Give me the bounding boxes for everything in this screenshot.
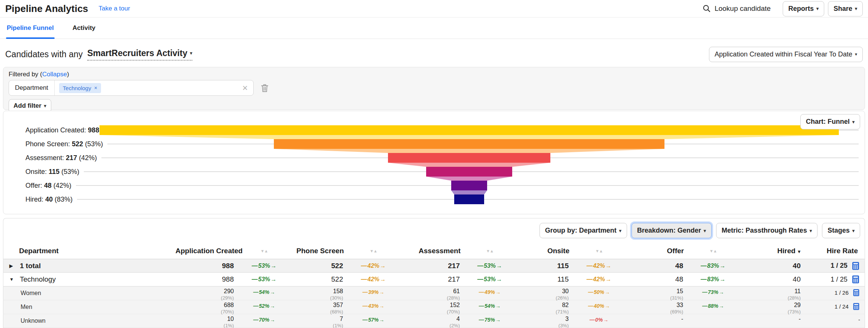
column-header-hired[interactable]: Hired▼ <box>741 247 803 255</box>
value-cell: 988 <box>175 275 236 283</box>
filter-row: Department Technology× ✕ <box>9 80 859 96</box>
passthrough-cell: — 54% → <box>462 300 517 309</box>
calculator-icon[interactable] <box>851 261 860 270</box>
passthrough-sort-icon[interactable]: ▼▲ <box>236 249 292 253</box>
stage-share: (28%) <box>447 295 460 301</box>
passthrough-cell: — 42% → <box>571 263 627 269</box>
funnel-stage-value: 217 <box>66 154 77 162</box>
stage-count: 10 <box>227 316 234 322</box>
date-range-dropdown[interactable]: Application Created within Fiscal Year T… <box>709 47 863 62</box>
department-cell: Unknown <box>3 314 175 324</box>
lookup-candidate-button[interactable]: Lookup candidate <box>702 4 771 13</box>
funnel-stage-value: 522 <box>72 140 83 148</box>
passthrough-cell: — 40% → <box>571 300 627 309</box>
take-a-tour-link[interactable]: Take a tour <box>99 5 130 12</box>
metric-dropdown[interactable]: Metric: Passthrough Rates▾ <box>716 223 817 238</box>
stage-count: 115 <box>557 262 569 270</box>
activity-selector-dropdown[interactable]: SmartRecruiters Activity▾ <box>87 48 192 61</box>
calculator-icon[interactable] <box>852 303 860 310</box>
value-cell: 29(73%) <box>741 300 803 315</box>
value-cell: 11(28%) <box>741 286 803 301</box>
calculator-icon[interactable] <box>851 275 860 284</box>
table-row-unknown[interactable]: Unknown10(1%)— 70% →7(1%)— 57% →4(2%)— 7… <box>3 314 865 328</box>
chevron-down-icon: ▾ <box>855 52 857 56</box>
funnel-stage-label: Hired: 40 (83%) <box>25 196 73 203</box>
table-row-women[interactable]: Women290(29%)— 54% →158(30%)— 39% →61(28… <box>3 286 865 300</box>
expand-icon[interactable]: ▶ <box>9 263 15 269</box>
table-row-1-total[interactable]: ▶1 total988— 53% →522— 42% →217— 53% →11… <box>3 259 865 273</box>
value-cell: 40 <box>741 262 803 270</box>
page-title: Pipeline Analytics <box>5 3 88 15</box>
column-header-application-created[interactable]: Application Created <box>175 247 236 255</box>
value-cell: 522 <box>292 275 345 283</box>
hire-rate-value: 1 / 25 <box>831 276 847 283</box>
funnel-row: Hired: 40 (83%) <box>25 194 859 205</box>
tab-pipeline-funnel[interactable]: Pipeline Funnel <box>6 19 55 39</box>
stage-count: 4 <box>456 316 460 322</box>
table-header-row: DepartmentApplication Created▼▲Phone Scr… <box>3 243 865 259</box>
value-cell: 4(2%) <box>401 314 462 328</box>
passthrough-sort-icon[interactable]: ▼▲ <box>685 249 741 253</box>
chip-remove-icon[interactable]: × <box>94 85 97 91</box>
sort-descending-icon: ▼ <box>797 249 801 254</box>
funnel-stage-value: 988 <box>88 126 99 134</box>
lookup-candidate-label: Lookup candidate <box>715 4 771 13</box>
value-cell: 3(3%) <box>517 314 571 328</box>
value-cell: 61(28%) <box>401 286 462 301</box>
reports-button[interactable]: Reports▾ <box>783 1 824 16</box>
stages-dropdown[interactable]: Stages▾ <box>822 223 860 238</box>
passthrough-cell: — 42% → <box>345 276 401 283</box>
passthrough-sort-icon[interactable]: ▼▲ <box>571 249 627 253</box>
filtered-by-prefix: Filtered by ( <box>9 71 42 78</box>
filter-clear-icon[interactable]: ✕ <box>242 84 253 92</box>
value-cell: - <box>627 314 685 322</box>
funnel-stage-label: Assessment: 217 (42%) <box>25 154 97 162</box>
stage-count: 115 <box>557 275 569 283</box>
column-header-department[interactable]: Department <box>3 247 175 255</box>
delete-filter-button[interactable] <box>260 83 270 93</box>
value-cell: 357(68%) <box>292 300 345 315</box>
value-cell: 152(70%) <box>401 300 462 315</box>
collapse-link[interactable]: Collapse <box>42 71 67 78</box>
filter-chip-technology[interactable]: Technology× <box>59 83 101 93</box>
share-button[interactable]: Share▾ <box>828 1 863 16</box>
value-cell: 217 <box>401 262 462 270</box>
column-header-offer[interactable]: Offer <box>627 247 685 255</box>
breakdown-dropdown[interactable]: Breakdown: Gender▾ <box>632 223 712 238</box>
hire-rate-cell: 1 / 24 <box>803 300 865 310</box>
chevron-down-icon: ▾ <box>704 229 706 233</box>
collapse-icon[interactable]: ▼ <box>9 277 15 282</box>
stage-count: 33 <box>676 302 683 309</box>
value-cell: 48 <box>627 262 685 270</box>
value-cell: 40 <box>741 275 803 283</box>
chevron-down-icon: ▾ <box>44 104 46 108</box>
stage-count: 15 <box>676 288 683 295</box>
passthrough-sort-icon[interactable]: ▼▲ <box>462 249 517 253</box>
chart-type-dropdown[interactable]: Chart: Funnel▾ <box>800 114 860 129</box>
department-filter-control[interactable]: Department Technology× ✕ <box>9 80 254 96</box>
column-header-assessment[interactable]: Assessment <box>401 247 462 255</box>
hire-rate-cell: 1 / 25 <box>803 261 865 270</box>
table-row-men[interactable]: Men688(70%)— 52% →357(68%)— 43% →152(70%… <box>3 300 865 314</box>
passthrough-cell: — 83% → <box>685 263 741 269</box>
column-header-phone-screen[interactable]: Phone Screen <box>292 247 345 255</box>
passthrough-cell: — 73% → <box>685 286 741 295</box>
passthrough-cell: — 0% → <box>571 314 627 323</box>
calculator-icon[interactable] <box>852 289 860 297</box>
stage-share: (26%) <box>556 295 569 301</box>
passthrough-cell: — 39% → <box>345 286 401 295</box>
stage-count: 40 <box>793 262 801 270</box>
passthrough-cell-empty <box>685 314 741 317</box>
passthrough-sort-icon[interactable]: ▼▲ <box>345 249 401 253</box>
tab-activity[interactable]: Activity <box>72 19 96 39</box>
value-cell: - <box>741 314 803 322</box>
column-header-hire-rate[interactable]: Hire Rate <box>803 247 865 255</box>
activity-selector-label: SmartRecruiters Activity <box>87 48 187 58</box>
row-label: Technology <box>20 275 56 283</box>
table-row-technology[interactable]: ▼Technology988— 53% →522— 42% →217— 53% … <box>3 273 865 286</box>
funnel-gridline <box>76 185 859 186</box>
value-cell: 7(1%) <box>292 314 345 328</box>
department-cell: Men <box>3 300 175 310</box>
group-by-dropdown[interactable]: Group by: Department▾ <box>540 223 627 238</box>
column-header-onsite[interactable]: Onsite <box>517 247 571 255</box>
